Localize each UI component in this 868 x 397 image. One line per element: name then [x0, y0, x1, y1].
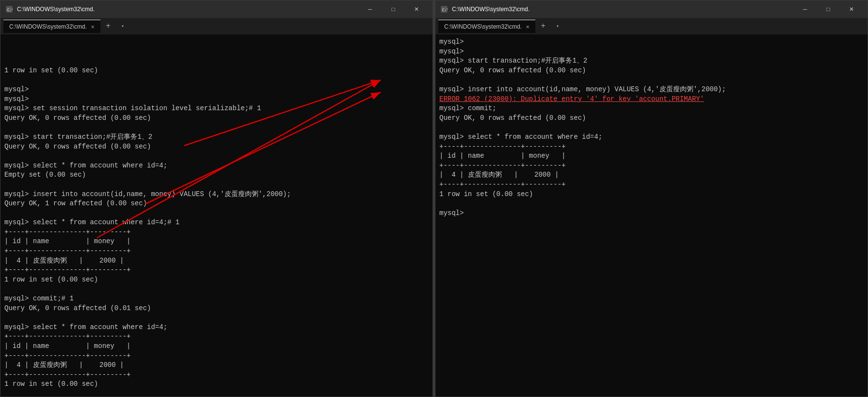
content-line: mysql> insert into account(id,name, mone…: [439, 85, 726, 93]
content-line: | 4 | 皮蛋瘦肉粥 | 2000 |: [4, 361, 124, 369]
left-close-button[interactable]: ✕: [405, 0, 428, 18]
left-add-tab-button[interactable]: +: [101, 19, 115, 33]
content-line: mysql> select * from account where id=4;…: [4, 218, 179, 226]
left-title-bar: C:\ C:\WINDOWS\system32\cmd. ─ □ ✕: [0, 0, 433, 18]
right-tab-label: C:\WINDOWS\system32\cmd.: [444, 23, 522, 30]
content-line: | id | name | money |: [4, 237, 130, 245]
content-line: +----+--------------+---------+: [4, 371, 130, 379]
content-line: mysql>: [439, 48, 464, 55]
content-line: +----+--------------+---------+: [4, 332, 130, 340]
right-tab-bar: C:\WINDOWS\system32\cmd. ✕ + ▾: [435, 18, 868, 34]
svg-text:C:\: C:\: [442, 8, 448, 12]
left-terminal-content[interactable]: 1 row in set (0.00 sec) mysql> mysql> my…: [0, 34, 433, 397]
content-line: mysql> select * from account where id=4;: [4, 323, 167, 331]
content-line: 1 row in set (0.00 sec): [4, 380, 98, 388]
content-line: mysql> commit;# 1: [4, 295, 74, 302]
right-tab-active[interactable]: C:\WINDOWS\system32\cmd. ✕: [438, 19, 535, 33]
content-line: mysql> start transaction;#开启事务1、2: [4, 133, 152, 141]
content-line: mysql> start transaction;#开启事务1、2: [439, 57, 587, 65]
content-line: 1 row in set (0.00 sec): [439, 190, 533, 198]
content-line: Query OK, 0 rows affected (0.00 sec): [439, 66, 586, 74]
content-line: mysql> insert into account(id,name, mone…: [4, 190, 291, 198]
right-tab-dropdown-button[interactable]: ▾: [551, 19, 564, 33]
content-line: 1 row in set (0.00 sec): [4, 276, 98, 283]
content-line: Query OK, 0 rows affected (0.00 sec): [4, 114, 151, 122]
left-title-text: C:\WINDOWS\system32\cmd.: [17, 6, 355, 13]
content-line: | 4 | 皮蛋瘦肉粥 | 2000 |: [439, 171, 559, 179]
content-line: Query OK, 0 rows affected (0.00 sec): [4, 143, 151, 150]
right-title-bar: C:\ C:\WINDOWS\system32\cmd. ─ □ ✕: [435, 0, 868, 18]
error-line: ERROR 1062 (23000): Duplicate entry '4' …: [439, 95, 704, 103]
content-line: Query OK, 0 rows affected (0.01 sec): [4, 304, 151, 312]
right-title-text: C:\WINDOWS\system32\cmd.: [452, 6, 790, 13]
content-line: | 4 | 皮蛋瘦肉粥 | 2000 |: [4, 257, 124, 265]
left-minimize-button[interactable]: ─: [359, 0, 381, 18]
content-line: | id | name | money |: [439, 152, 565, 160]
content-line: +----+--------------+---------+: [4, 228, 130, 236]
content-line: +----+--------------+---------+: [4, 247, 130, 255]
content-line: +----+--------------+---------+: [439, 181, 565, 188]
right-tab-close[interactable]: ✕: [526, 24, 530, 30]
left-terminal-icon: C:\: [5, 5, 13, 13]
content-line: mysql>: [439, 38, 464, 46]
content-line: mysql>: [4, 95, 29, 103]
right-terminal-window: C:\ C:\WINDOWS\system32\cmd. ─ □ ✕ C:\WI…: [435, 0, 868, 397]
left-title-controls: ─ □ ✕: [359, 0, 428, 18]
right-minimize-button[interactable]: ─: [794, 0, 816, 18]
right-maximize-button[interactable]: □: [817, 0, 839, 18]
left-tab-close[interactable]: ✕: [91, 24, 95, 30]
left-tab-bar: C:\WINDOWS\system32\cmd. ✕ + ▾: [0, 18, 433, 34]
right-terminal-content[interactable]: mysql> mysql> mysql> start transaction;#…: [435, 34, 868, 397]
left-maximize-button[interactable]: □: [382, 0, 404, 18]
left-tab-dropdown-button[interactable]: ▾: [116, 19, 129, 33]
right-terminal-icon: C:\: [440, 5, 448, 13]
left-tab-active[interactable]: C:\WINDOWS\system32\cmd. ✕: [3, 19, 100, 33]
content-line: mysql> set session transaction isolation…: [4, 104, 261, 112]
content-line: +----+--------------+---------+: [4, 266, 130, 274]
content-line: | id | name | money |: [4, 342, 130, 350]
content-line: mysql> commit;: [439, 104, 497, 112]
content-line: mysql>: [439, 209, 464, 217]
content-line: Query OK, 0 rows affected (0.00 sec): [439, 114, 586, 122]
content-line: +----+--------------+---------+: [439, 143, 565, 150]
content-line: mysql>: [4, 85, 29, 93]
left-terminal-window: C:\ C:\WINDOWS\system32\cmd. ─ □ ✕ C:\WI…: [0, 0, 433, 397]
content-line: 1 row in set (0.00 sec): [4, 66, 98, 74]
content-line: +----+--------------+---------+: [4, 352, 130, 360]
content-line: Empty set (0.00 sec): [4, 171, 86, 179]
svg-text:C:\: C:\: [7, 8, 13, 12]
content-line: mysql> select * from account where id=4;: [439, 133, 602, 141]
content-line: Query OK, 1 row affected (0.00 sec): [4, 199, 147, 207]
left-tab-label: C:\WINDOWS\system32\cmd.: [9, 23, 87, 30]
right-add-tab-button[interactable]: +: [536, 19, 550, 33]
right-close-button[interactable]: ✕: [840, 0, 863, 18]
content-line: +----+--------------+---------+: [439, 162, 565, 169]
right-title-controls: ─ □ ✕: [794, 0, 863, 18]
content-line: mysql> select * from account where id=4;: [4, 162, 167, 169]
